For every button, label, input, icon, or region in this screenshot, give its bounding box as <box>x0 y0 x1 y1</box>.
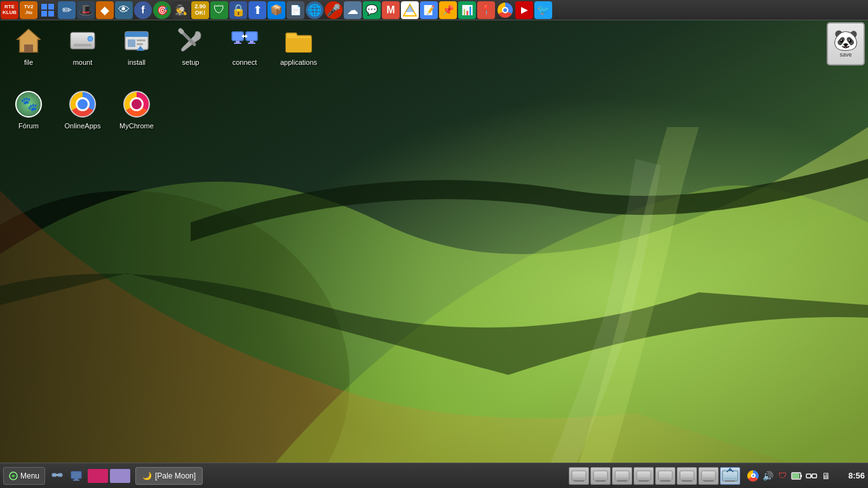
svg-rect-40 <box>573 478 585 480</box>
taskbar-icon-chat[interactable]: 💬 <box>363 1 381 19</box>
svg-rect-28 <box>248 43 255 44</box>
svg-rect-52 <box>703 478 714 480</box>
drive6-svg <box>679 469 695 483</box>
taskbar-icon-gdrive[interactable] <box>401 1 419 19</box>
taskbar-icon-arrow[interactable]: ⬆ <box>248 1 266 19</box>
svg-rect-17 <box>128 39 135 47</box>
active-window-button[interactable]: 🌙 [Pale Moon] <box>135 467 203 485</box>
taskbar-icon-agent[interactable]: 🕵 <box>172 1 190 19</box>
online-apps-chrome-icon <box>69 91 96 118</box>
drive4-svg <box>636 469 651 483</box>
desktop-icon-install[interactable]: install <box>111 22 162 69</box>
svg-rect-6 <box>48 11 54 17</box>
taskbar-icon-tv2[interactable]: TV2.hu <box>20 1 37 19</box>
monitor-icon-svg <box>70 470 83 482</box>
taskbar-monitor-icon[interactable] <box>67 467 85 485</box>
drive-icon-8-active[interactable] <box>720 467 740 485</box>
drive-icon-4[interactable] <box>634 467 654 485</box>
bottom-drive-icons <box>569 467 740 485</box>
svg-rect-38 <box>73 480 79 481</box>
taskbar-icon-maps[interactable]: 📍 <box>477 1 495 19</box>
taskbar-icon-shield[interactable]: 🛡 <box>210 1 228 19</box>
taskbar-icon-eye[interactable]: 👁 <box>115 1 133 19</box>
taskbar-icon-facebook[interactable]: f <box>134 1 152 19</box>
desktop-icon-applications-label: applications <box>280 58 317 66</box>
taskbar-icon-pages[interactable]: 📄 <box>287 1 304 19</box>
desktop-icons-row1: file mount <box>3 22 324 69</box>
taskbar-icon-chrome[interactable] <box>496 1 514 19</box>
desktop-icon-online-apps[interactable]: OnlineApps <box>57 86 108 133</box>
svg-rect-25 <box>234 43 241 44</box>
taskbar-icon-ok[interactable]: 2.90OK! <box>191 1 209 19</box>
desktop-icon-file-label: file <box>24 58 33 66</box>
top-right-panda-icon[interactable]: 🐼 save <box>827 22 865 65</box>
taskbar-icon-cloud[interactable]: ☁ <box>344 1 362 19</box>
desktop-icon-connect[interactable]: connect <box>219 22 270 69</box>
panda-face: 🐼 <box>833 30 858 50</box>
taskbar-icon-pencil[interactable]: ✏ <box>58 1 76 19</box>
taskbar-icon-target[interactable]: 🎯 <box>153 1 171 19</box>
drive-icon-6[interactable] <box>677 467 697 485</box>
taskbar-icon-rte[interactable]: RTEKLUB <box>1 1 18 19</box>
taskbar-network-icon[interactable] <box>48 467 66 485</box>
svg-point-13 <box>88 36 93 41</box>
svg-rect-58 <box>792 473 799 478</box>
taskbar-icon-docs[interactable]: 📝 <box>420 1 438 19</box>
taskbar-icon-dropbox[interactable]: 📦 <box>268 1 285 19</box>
svg-rect-46 <box>638 478 649 480</box>
desktop-icon-setup[interactable]: setup <box>165 22 216 69</box>
system-tray: 🔊 🛡 🖥 8:56 <box>747 470 865 482</box>
desktop-icon-file[interactable]: file <box>3 22 54 69</box>
drive2-svg <box>593 469 608 483</box>
tray-chrome-icon[interactable] <box>747 470 759 482</box>
taskbar-icon-gmail[interactable]: M <box>382 1 400 19</box>
drive-icon-1[interactable] <box>569 467 589 485</box>
taskbar-icon-youtube[interactable]: ▶ <box>515 1 533 19</box>
pale-moon-icon: 🌙 <box>142 471 152 480</box>
desktop-icon-mychrome[interactable]: MyChrome <box>111 86 162 133</box>
taskbar-lavender-rect[interactable] <box>110 469 130 483</box>
svg-rect-57 <box>801 475 802 477</box>
desktop-icon-mount[interactable]: mount <box>57 22 108 69</box>
tray-sound-icon[interactable]: 🔊 <box>761 470 774 482</box>
svg-rect-16 <box>125 34 148 37</box>
taskbar-icon-hat[interactable]: 🎩 <box>77 1 95 19</box>
menu-button[interactable]: Menu <box>3 467 45 485</box>
tray-monitor-icon[interactable]: 🖥 <box>820 470 832 482</box>
drive-icon-5[interactable] <box>655 467 675 485</box>
desktop-icon-install-label: install <box>128 58 146 66</box>
desktop: RTEKLUB TV2.hu ✏ 🎩 ◆ 👁 f 🎯 🕵 2.90OK! 🛡 🔒… <box>0 0 868 488</box>
taskbar-icon-sheets[interactable]: 📊 <box>458 1 476 19</box>
svg-rect-5 <box>41 11 47 17</box>
taskbar-icon-keep[interactable]: 📌 <box>439 1 457 19</box>
desktop-icon-applications[interactable]: applications <box>273 22 324 69</box>
desktop-icon-forum[interactable]: 🐾 Fórum <box>3 86 54 133</box>
svg-rect-3 <box>41 4 47 10</box>
active-window-label: [Pale Moon] <box>155 471 196 480</box>
svg-marker-8 <box>405 4 414 12</box>
drive-icon-3[interactable] <box>612 467 632 485</box>
svg-rect-18 <box>137 39 146 41</box>
drive-icon-7[interactable] <box>698 467 719 485</box>
drive-icon-2[interactable] <box>590 467 611 485</box>
taskbar-icon-lock[interactable]: 🔒 <box>229 1 247 19</box>
tray-battery-icon[interactable] <box>790 470 803 482</box>
system-clock[interactable]: 8:56 <box>839 471 865 480</box>
taskbar-icon-mic[interactable]: 🎤 <box>325 1 342 19</box>
tray-shield-icon[interactable]: 🛡 <box>776 470 789 482</box>
taskbar-icon-globe[interactable]: 🌐 <box>306 1 323 19</box>
desktop-icon-connect-label: connect <box>233 58 257 66</box>
desktop-icon-forum-label: Fórum <box>18 122 39 130</box>
taskbar-pink-rect[interactable] <box>88 469 108 483</box>
svg-rect-42 <box>595 478 606 480</box>
desktop-icon-mount-label: mount <box>73 58 93 66</box>
svg-rect-2 <box>0 0 868 488</box>
menu-icon <box>9 471 18 480</box>
taskbar-icon-blue-squares[interactable] <box>39 1 57 19</box>
network-tray-svg <box>806 471 817 481</box>
tray-network-icon[interactable] <box>805 470 818 482</box>
svg-rect-4 <box>48 4 54 10</box>
taskbar-icon-bird[interactable]: 🐦 <box>534 1 552 19</box>
taskbar-icon-orange[interactable]: ◆ <box>96 1 114 19</box>
desktop-icons-row2: 🐾 Fórum OnlineApps MyChrome <box>3 86 162 133</box>
